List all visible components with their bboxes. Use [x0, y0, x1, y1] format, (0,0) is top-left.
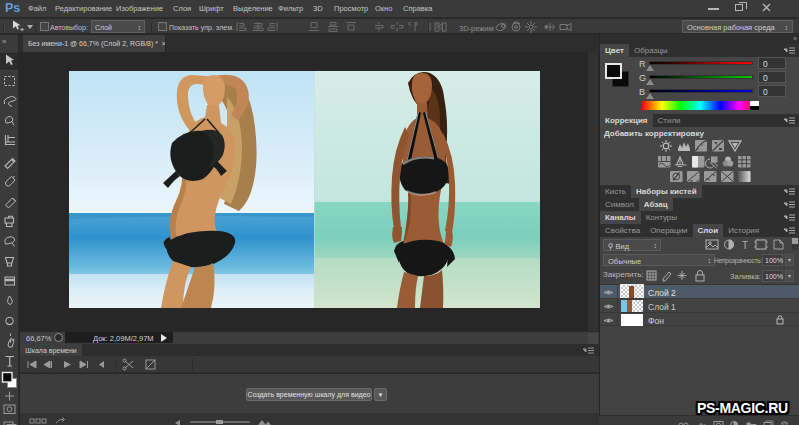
- svg-text:T: T: [742, 240, 748, 251]
- svg-text:fx.: fx.: [699, 421, 707, 425]
